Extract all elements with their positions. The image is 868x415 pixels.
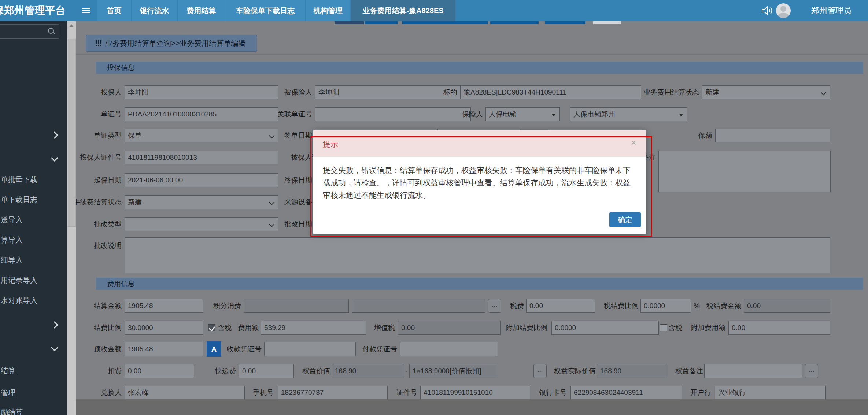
tax-included-checkbox-2[interactable] (660, 324, 667, 331)
sidebar-item-policy-download-log[interactable]: 单下载日志 (1, 195, 37, 205)
insurer-select-2[interactable]: 人保电销郑州 (570, 107, 687, 121)
sidebar: 单批量下载 单下载日志 送导入 算导入 细导入 用记录导入 水对账导入 结算 管… (0, 21, 67, 415)
biz-status-label: 业务费用结算状态 (604, 85, 699, 99)
sidebar-item-settlement[interactable]: 结算 (1, 366, 15, 376)
fee-amount-label: 费用额 (237, 321, 259, 335)
addl-amount-input[interactable]: 0.00 (728, 321, 830, 335)
sidebar-item-delivery-import[interactable]: 送导入 (1, 215, 23, 225)
logo-clipped-char: 保 (0, 5, 4, 16)
endorse-date-label: 批改日期 (217, 217, 312, 231)
points-label: 积分消费 (146, 299, 241, 313)
vat-label: 增值税 (351, 321, 395, 335)
app-logo: 保郑州管理平台 (0, 0, 66, 21)
bank-card-label: 银行卡号 (538, 386, 567, 400)
top-navbar: 保郑州管理平台 首页 银行流水 费用结算 车险保单下载日志 机构管理 业务费用结… (0, 0, 868, 21)
vat-input[interactable]: 0.00 (398, 321, 501, 335)
applicant-id-input[interactable]: 410181198108010013 (125, 151, 278, 164)
equity-value-input[interactable]: 168.90 (332, 364, 404, 378)
sidebar-item-detail-import[interactable]: 细导入 (1, 255, 23, 265)
chevron-down-icon[interactable] (51, 344, 58, 351)
insured-label: 被保险人 (217, 85, 312, 99)
fee-amount-input[interactable]: 539.29 (261, 321, 366, 335)
addl-rate-input[interactable]: 0.0000 (551, 321, 659, 335)
equity-actual-input[interactable]: 168.90 (597, 364, 667, 378)
chevron-down-icon[interactable] (51, 154, 58, 162)
tab-bank-flow[interactable]: 银行流水 (132, 0, 177, 21)
scroll-up-arrow[interactable] (69, 24, 74, 27)
sidebar-item-settlement-import[interactable]: 算导入 (1, 235, 23, 245)
equity-more-button[interactable]: ... (533, 364, 547, 378)
remark-textarea[interactable] (658, 151, 831, 192)
scrollbar-thumb[interactable] (68, 39, 76, 227)
chevron-right-icon[interactable] (51, 131, 58, 139)
avatar-body-shape (777, 13, 789, 18)
subject-label: 标的 (362, 85, 457, 99)
tax-amount-label: 税结费金额 (646, 299, 741, 313)
insurer-select-1[interactable]: 人保电销 (485, 107, 560, 121)
sidebar-item-usage-record-import[interactable]: 用记录导入 (1, 275, 37, 285)
bank-name-label: 开户行 (689, 386, 711, 400)
chevron-right-icon[interactable] (51, 321, 58, 329)
app-window: 保郑州管理平台 首页 银行流水 费用结算 车险保单下载日志 机构管理 业务费用结… (0, 0, 868, 415)
equity-remark-more-button[interactable]: ... (805, 364, 818, 378)
express-fee-input[interactable]: 0.00 (239, 364, 294, 378)
user-avatar[interactable] (776, 3, 791, 18)
receipt-no-label: 收款凭证号 (185, 342, 262, 356)
sidebar-search-input[interactable] (0, 24, 59, 39)
addl-amount-label: 附加费用额 (680, 321, 725, 335)
confirm-button[interactable]: 确定 (609, 212, 641, 227)
tab-biz-fee-settlement-active[interactable]: 业务费用结算-豫A828ES (351, 0, 455, 21)
points-input-1[interactable] (244, 299, 349, 313)
id-no-label: 证件号 (395, 386, 417, 400)
payment-no-input[interactable] (400, 342, 498, 356)
caret-down-icon (551, 114, 556, 116)
tab-policy-download-log[interactable]: 车险保单下载日志 (225, 0, 305, 21)
alert-dialog-title: 提示 (323, 139, 338, 149)
grid-icon (96, 40, 97, 42)
speaker-icon[interactable] (761, 5, 774, 16)
alert-dialog: 提示 × 提交失败，错误信息：结算单保存成功，权益审核失败：车险保单有关联的非车… (313, 130, 646, 234)
phone-input[interactable]: 18236770737 (278, 386, 388, 400)
bank-name-input[interactable]: 兴业银行 (715, 386, 826, 400)
tab-org-management[interactable]: 机构管理 (306, 0, 350, 21)
express-fee-label: 快递费 (209, 364, 236, 378)
close-icon[interactable]: × (631, 138, 636, 147)
end-date-label: 终保日期 (217, 173, 312, 187)
sign-date-label: 签单日期 (217, 129, 312, 142)
tax-rate-label: 税结费比例 (543, 299, 639, 313)
insurer-label: 保险人 (388, 107, 483, 121)
sidebar-item-reward-settlement[interactable]: 励结算 (1, 407, 23, 415)
sidebar-item-policy-batch-download[interactable]: 单批量下载 (1, 175, 37, 185)
tax-included-checkbox-1[interactable] (208, 324, 215, 331)
endorse-note-textarea[interactable] (125, 237, 830, 273)
avatar-head-shape (780, 6, 786, 12)
sidebar-item-flow-reconcile-import[interactable]: 水对账导入 (1, 296, 37, 305)
equity-deduct-input[interactable]: 1×168.9000[价值抵扣] (409, 364, 498, 378)
equity-actual-label: 权益实际价值 (552, 364, 596, 378)
sidebar-item-management[interactable]: 管理 (1, 388, 15, 398)
redeemer-input[interactable]: 张宏峰 (125, 386, 245, 400)
tax-label: 税费 (429, 299, 524, 313)
alert-dialog-header: 提示 × (313, 130, 646, 157)
footer-bar (76, 399, 868, 415)
tab-home[interactable]: 首页 (97, 0, 131, 21)
sidebar-scrollbar[interactable] (67, 21, 76, 415)
username-label[interactable]: 郑州管理员 (811, 0, 852, 21)
caret-down-icon (679, 114, 683, 116)
phone-label: 手机号 (252, 386, 274, 400)
tab-fee-settlement[interactable]: 费用结算 (178, 0, 225, 21)
tax-amount-input[interactable]: 0.00 (744, 299, 830, 313)
id-no-input[interactable]: 410181199910151010 (420, 386, 530, 400)
related-no-label: 关联单证号 (217, 107, 312, 121)
settle-rate-input[interactable]: 30.0000 (125, 321, 203, 335)
section-header-fee-info: 费用信息 (96, 278, 863, 290)
biz-status-select[interactable]: 新建 (702, 85, 830, 99)
hamburger-icon[interactable] (82, 8, 90, 9)
minus-sign: - (405, 364, 409, 378)
divider (76, 54, 868, 55)
search-icon[interactable] (48, 28, 54, 34)
equity-remark-input[interactable] (704, 364, 802, 378)
deduct-input[interactable]: 0.00 (125, 364, 194, 378)
bank-card-input[interactable]: 622908463024403911 (570, 386, 682, 400)
insured-amount-input[interactable] (715, 129, 830, 142)
